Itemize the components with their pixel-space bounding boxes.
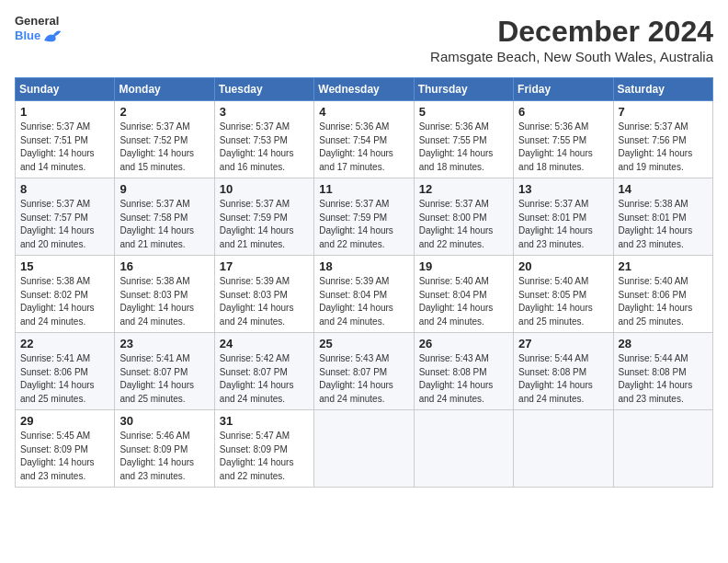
table-row: 24Sunrise: 5:42 AMSunset: 8:07 PMDayligh… xyxy=(214,333,313,410)
col-saturday: Saturday xyxy=(613,78,712,101)
table-row: 11Sunrise: 5:37 AMSunset: 7:59 PMDayligh… xyxy=(314,178,414,256)
day-number: 18 xyxy=(319,259,408,273)
day-number: 19 xyxy=(419,259,508,273)
day-number: 8 xyxy=(20,182,109,196)
table-row: 20Sunrise: 5:40 AMSunset: 8:05 PMDayligh… xyxy=(514,256,613,333)
day-info: Sunrise: 5:36 AMSunset: 7:54 PMDaylight:… xyxy=(319,121,408,174)
calendar-week-row: 15Sunrise: 5:38 AMSunset: 8:02 PMDayligh… xyxy=(16,256,713,333)
table-row: 7Sunrise: 5:37 AMSunset: 7:56 PMDaylight… xyxy=(613,101,712,178)
day-number: 23 xyxy=(119,337,209,350)
table-row: 27Sunrise: 5:44 AMSunset: 8:08 PMDayligh… xyxy=(514,333,613,410)
calendar-week-row: 22Sunrise: 5:41 AMSunset: 8:06 PMDayligh… xyxy=(16,333,713,410)
day-info: Sunrise: 5:37 AMSunset: 7:58 PMDaylight:… xyxy=(119,198,209,251)
col-monday: Monday xyxy=(115,78,214,101)
table-row: 22Sunrise: 5:41 AMSunset: 8:06 PMDayligh… xyxy=(16,333,115,410)
day-number: 27 xyxy=(518,337,608,350)
day-number: 10 xyxy=(220,182,309,196)
day-info: Sunrise: 5:38 AMSunset: 8:01 PMDaylight:… xyxy=(619,198,708,251)
calendar-week-row: 8Sunrise: 5:37 AMSunset: 7:57 PMDaylight… xyxy=(16,178,713,256)
day-number: 28 xyxy=(619,337,708,350)
day-info: Sunrise: 5:37 AMSunset: 7:57 PMDaylight:… xyxy=(20,198,109,251)
day-number: 12 xyxy=(419,182,508,196)
day-info: Sunrise: 5:42 AMSunset: 8:07 PMDaylight:… xyxy=(220,352,309,406)
table-row: 8Sunrise: 5:37 AMSunset: 7:57 PMDaylight… xyxy=(16,178,115,256)
table-row xyxy=(514,410,613,488)
day-number: 26 xyxy=(419,337,508,350)
day-info: Sunrise: 5:37 AMSunset: 7:53 PMDaylight:… xyxy=(220,121,309,174)
day-info: Sunrise: 5:41 AMSunset: 8:06 PMDaylight:… xyxy=(20,352,109,406)
day-info: Sunrise: 5:37 AMSunset: 7:59 PMDaylight:… xyxy=(319,198,408,251)
day-number: 2 xyxy=(119,105,209,119)
day-number: 6 xyxy=(518,105,608,119)
table-row: 14Sunrise: 5:38 AMSunset: 8:01 PMDayligh… xyxy=(613,178,712,256)
day-number: 20 xyxy=(518,259,608,273)
day-number: 21 xyxy=(619,259,708,273)
col-wednesday: Wednesday xyxy=(314,78,414,101)
title-block: December 2024 Ramsgate Beach, New South … xyxy=(430,15,713,74)
day-info: Sunrise: 5:37 AMSunset: 8:01 PMDaylight:… xyxy=(518,198,608,251)
day-info: Sunrise: 5:38 AMSunset: 8:03 PMDaylight:… xyxy=(119,275,209,328)
table-row: 30Sunrise: 5:46 AMSunset: 8:09 PMDayligh… xyxy=(115,410,214,488)
table-row: 12Sunrise: 5:37 AMSunset: 8:00 PMDayligh… xyxy=(414,178,513,256)
day-info: Sunrise: 5:46 AMSunset: 8:09 PMDaylight:… xyxy=(119,430,209,483)
day-info: Sunrise: 5:43 AMSunset: 8:08 PMDaylight:… xyxy=(419,352,508,406)
calendar-title: December 2024 xyxy=(430,15,713,49)
calendar-week-row: 29Sunrise: 5:45 AMSunset: 8:09 PMDayligh… xyxy=(16,410,713,488)
day-info: Sunrise: 5:36 AMSunset: 7:55 PMDaylight:… xyxy=(419,121,508,174)
col-tuesday: Tuesday xyxy=(214,78,313,101)
calendar-subtitle: Ramsgate Beach, New South Wales, Austral… xyxy=(430,49,713,64)
table-row: 28Sunrise: 5:44 AMSunset: 8:08 PMDayligh… xyxy=(613,333,712,410)
table-row: 19Sunrise: 5:40 AMSunset: 8:04 PMDayligh… xyxy=(414,256,513,333)
logo-general: General xyxy=(15,15,59,28)
col-sunday: Sunday xyxy=(16,78,115,101)
day-info: Sunrise: 5:40 AMSunset: 8:06 PMDaylight:… xyxy=(619,275,708,328)
day-info: Sunrise: 5:37 AMSunset: 8:00 PMDaylight:… xyxy=(419,198,508,251)
table-row: 9Sunrise: 5:37 AMSunset: 7:58 PMDaylight… xyxy=(115,178,214,256)
logo-bird-icon xyxy=(42,28,63,44)
table-row: 15Sunrise: 5:38 AMSunset: 8:02 PMDayligh… xyxy=(16,256,115,333)
table-row: 16Sunrise: 5:38 AMSunset: 8:03 PMDayligh… xyxy=(115,256,214,333)
table-row xyxy=(414,410,513,488)
table-row: 5Sunrise: 5:36 AMSunset: 7:55 PMDaylight… xyxy=(414,101,513,178)
logo-blue: Blue xyxy=(15,29,40,42)
day-info: Sunrise: 5:44 AMSunset: 8:08 PMDaylight:… xyxy=(518,352,608,406)
day-number: 7 xyxy=(619,105,708,119)
day-info: Sunrise: 5:39 AMSunset: 8:03 PMDaylight:… xyxy=(220,275,309,328)
day-number: 24 xyxy=(220,337,309,350)
day-number: 1 xyxy=(20,105,109,119)
table-row: 26Sunrise: 5:43 AMSunset: 8:08 PMDayligh… xyxy=(414,333,513,410)
table-row: 25Sunrise: 5:43 AMSunset: 8:07 PMDayligh… xyxy=(314,333,414,410)
calendar-header-row: Sunday Monday Tuesday Wednesday Thursday… xyxy=(16,78,713,101)
table-row xyxy=(314,410,414,488)
day-number: 15 xyxy=(20,259,109,273)
table-row: 10Sunrise: 5:37 AMSunset: 7:59 PMDayligh… xyxy=(214,178,313,256)
day-number: 22 xyxy=(20,337,109,350)
table-row: 29Sunrise: 5:45 AMSunset: 8:09 PMDayligh… xyxy=(16,410,115,488)
day-number: 25 xyxy=(319,337,408,350)
day-number: 5 xyxy=(419,105,508,119)
logo: General Blue xyxy=(15,15,63,44)
col-friday: Friday xyxy=(514,78,613,101)
table-row: 31Sunrise: 5:47 AMSunset: 8:09 PMDayligh… xyxy=(214,410,313,488)
table-row: 18Sunrise: 5:39 AMSunset: 8:04 PMDayligh… xyxy=(314,256,414,333)
day-number: 16 xyxy=(119,259,209,273)
day-info: Sunrise: 5:44 AMSunset: 8:08 PMDaylight:… xyxy=(619,352,708,406)
day-number: 30 xyxy=(119,414,209,428)
day-info: Sunrise: 5:38 AMSunset: 8:02 PMDaylight:… xyxy=(20,275,109,328)
table-row: 3Sunrise: 5:37 AMSunset: 7:53 PMDaylight… xyxy=(214,101,313,178)
day-info: Sunrise: 5:37 AMSunset: 7:59 PMDaylight:… xyxy=(220,198,309,251)
day-info: Sunrise: 5:39 AMSunset: 8:04 PMDaylight:… xyxy=(319,275,408,328)
day-number: 13 xyxy=(518,182,608,196)
day-number: 3 xyxy=(220,105,309,119)
day-info: Sunrise: 5:41 AMSunset: 8:07 PMDaylight:… xyxy=(119,352,209,406)
day-number: 31 xyxy=(220,414,309,428)
table-row: 13Sunrise: 5:37 AMSunset: 8:01 PMDayligh… xyxy=(514,178,613,256)
day-info: Sunrise: 5:43 AMSunset: 8:07 PMDaylight:… xyxy=(319,352,408,406)
col-thursday: Thursday xyxy=(414,78,513,101)
calendar-table: Sunday Monday Tuesday Wednesday Thursday… xyxy=(15,77,713,488)
day-number: 4 xyxy=(319,105,408,119)
calendar-week-row: 1Sunrise: 5:37 AMSunset: 7:51 PMDaylight… xyxy=(16,101,713,178)
day-number: 11 xyxy=(319,182,408,196)
day-info: Sunrise: 5:37 AMSunset: 7:56 PMDaylight:… xyxy=(619,121,708,174)
table-row: 1Sunrise: 5:37 AMSunset: 7:51 PMDaylight… xyxy=(16,101,115,178)
